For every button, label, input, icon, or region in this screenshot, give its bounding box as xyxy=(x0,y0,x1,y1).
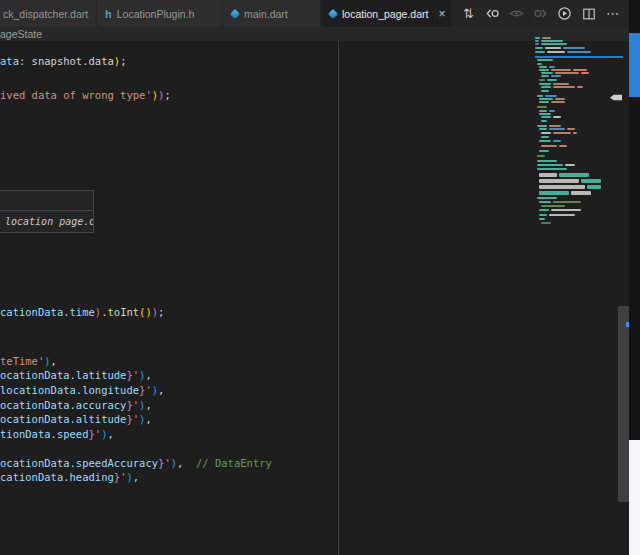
background-desktop-strip xyxy=(629,0,640,555)
code-line: ived data of wrong type')); xyxy=(0,89,171,102)
tooltip-file-name: location_page.dart xyxy=(0,211,93,227)
file-path-tooltip: location_page.dart xyxy=(0,190,94,233)
code-line: teTime'), xyxy=(0,355,57,368)
minimap[interactable] xyxy=(535,0,623,555)
vertical-scrollbar[interactable] xyxy=(618,41,629,555)
minimap-current-line-highlight xyxy=(535,56,623,58)
vscode-window: ck_dispatcher.dart h LocationPlugin.h ma… xyxy=(0,0,640,555)
code-line: ata: snapshot.data); xyxy=(0,55,126,68)
tooltip-upper-section xyxy=(0,191,93,211)
code-line: cationData.heading}'), xyxy=(0,471,139,484)
code-line: ocationData.speedAccuracy}'), // DataEnt… xyxy=(0,457,272,470)
code-line: tionData.speed}'), xyxy=(0,428,114,441)
background-window-blue xyxy=(629,33,640,97)
background-window-white xyxy=(629,440,640,555)
code-line: locationData.longitude}'), xyxy=(0,384,164,397)
editor-ruler xyxy=(338,41,339,555)
code-line: ocationData.accuracy}'), xyxy=(0,399,152,412)
code-line: ocationData.altitude}'), xyxy=(0,413,152,426)
code-line: ocationData.latitude}'), xyxy=(0,369,152,382)
scrollbar-slider[interactable] xyxy=(618,306,629,502)
code-line: cationData.time).toInt()); xyxy=(0,306,164,319)
code-editor[interactable]: ata: snapshot.data);ived data of wrong t… xyxy=(0,0,535,555)
